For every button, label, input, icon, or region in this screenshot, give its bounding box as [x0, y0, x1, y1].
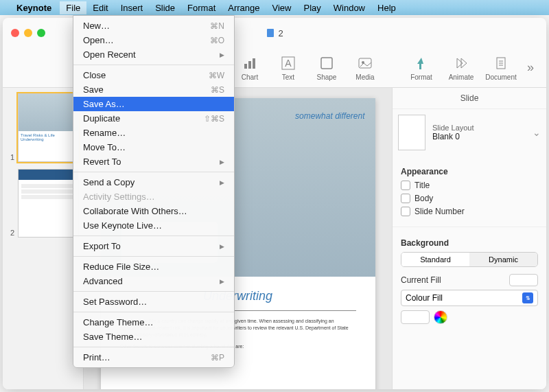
menu-separator [73, 65, 234, 65]
menu-item-set-password[interactable]: Set Password… [73, 295, 234, 309]
menu-item-label: Print… [83, 352, 110, 362]
toolbar-animate[interactable]: Animate [443, 55, 479, 81]
menu-play[interactable]: Play [297, 1, 327, 14]
menu-item-move-to[interactable]: Move To… [73, 140, 234, 154]
slide-thumbnail-2[interactable]: 2 [18, 169, 79, 238]
svg-rect-3 [253, 58, 255, 69]
menu-item-rename[interactable]: Rename… [73, 126, 234, 140]
menu-item-change-theme[interactable]: Change Theme… [73, 315, 234, 330]
submenu-arrow-icon: ▶ [220, 179, 224, 186]
submenu-arrow-icon: ▶ [220, 278, 224, 285]
slide-thumbnail-1[interactable]: 1 Travel Risks & Life Underwriting [18, 93, 79, 162]
menu-item-label: Rename… [83, 128, 126, 138]
fill-type-value: Colour Fill [406, 293, 443, 303]
menu-item-open[interactable]: Open…⌘O [73, 33, 234, 47]
toolbar-overflow[interactable]: » [522, 60, 539, 75]
menu-item-label: Set Password… [83, 297, 147, 307]
menu-item-label: Change Theme… [83, 317, 153, 327]
menu-item-save[interactable]: Save⌘S [73, 82, 234, 97]
title-checkbox[interactable] [401, 181, 410, 190]
color-picker-button[interactable] [434, 310, 447, 324]
text-icon: A [280, 55, 296, 71]
menu-separator [73, 291, 234, 292]
chevron-down-icon: ⌄ [533, 127, 541, 138]
menu-insert[interactable]: Insert [115, 1, 150, 14]
media-icon [357, 55, 373, 71]
menu-item-label: Advanced [83, 276, 123, 286]
menu-item-label: Revert To [83, 157, 121, 167]
toolbar-chart[interactable]: Chart [232, 55, 268, 81]
slidenum-checkbox[interactable] [401, 207, 410, 216]
app-name[interactable]: Keynote [11, 1, 57, 14]
menu-item-label: Export To [83, 241, 121, 251]
menu-item-print[interactable]: Print…⌘P [73, 350, 234, 365]
menu-separator [73, 347, 234, 347]
menu-item-label: Save As… [83, 99, 125, 109]
menu-item-duplicate[interactable]: Duplicate⇧⌘S [73, 111, 234, 126]
format-icon [413, 55, 430, 71]
seg-dynamic[interactable]: Dynamic [469, 253, 537, 266]
menu-item-export-to[interactable]: Export To▶ [73, 239, 234, 253]
body-label: Body [414, 194, 433, 203]
menu-arrange[interactable]: Arrange [222, 1, 266, 14]
menu-separator [73, 256, 234, 257]
menubar: Keynote File Edit Insert Slide Format Ar… [0, 0, 549, 15]
svg-rect-0 [267, 29, 274, 37]
menu-view[interactable]: View [266, 1, 298, 14]
menu-separator [73, 312, 234, 312]
menu-item-send-a-copy[interactable]: Send a Copy▶ [73, 175, 234, 189]
layout-label: Slide Layout [432, 124, 526, 132]
inspector-panel: Slide Slide Layout Blank 0 ⌄ Appearance … [392, 88, 546, 389]
menu-shortcut: ⌘P [211, 353, 224, 362]
menu-separator [73, 235, 234, 236]
toolbar-text[interactable]: AText [270, 55, 306, 81]
toolbar-media[interactable]: Media [347, 55, 383, 81]
menu-item-label: Use Keynote Live… [83, 220, 162, 231]
menu-item-label: Open Recent [83, 49, 136, 60]
svg-rect-2 [248, 61, 251, 69]
menu-item-label: Open… [83, 35, 114, 45]
body-checkbox[interactable] [401, 194, 410, 203]
menu-item-label: Save Theme… [83, 332, 142, 342]
background-segmented[interactable]: Standard Dynamic [401, 252, 538, 267]
menu-slide[interactable]: Slide [149, 1, 181, 14]
menu-window[interactable]: Window [327, 1, 371, 14]
menu-item-revert-to[interactable]: Revert To▶ [73, 154, 234, 169]
menu-item-label: Duplicate [83, 113, 120, 124]
menu-item-save-theme[interactable]: Save Theme… [73, 330, 234, 344]
toolbar-format[interactable]: Format [404, 55, 439, 81]
menu-item-use-keynote-live[interactable]: Use Keynote Live… [73, 218, 234, 233]
file-menu-dropdown: New…⌘NOpen…⌘OOpen Recent▶Close⌘WSave⌘SSa… [73, 15, 235, 368]
fill-type-select[interactable]: Colour Fill ⇅ [401, 290, 538, 306]
menu-item-advanced[interactable]: Advanced▶ [73, 274, 234, 288]
menu-shortcut: ⌘S [211, 85, 224, 95]
menu-shortcut: ⌘N [210, 21, 224, 31]
menu-format[interactable]: Format [181, 1, 222, 14]
menu-item-open-recent[interactable]: Open Recent▶ [73, 47, 234, 62]
background-heading: Background [401, 238, 538, 248]
thumb-number: 2 [10, 229, 14, 237]
toolbar-document[interactable]: Document [483, 55, 519, 81]
menu-item-save-as[interactable]: Save As… [73, 97, 234, 111]
menu-shortcut: ⇧⌘S [204, 114, 224, 124]
current-fill-well[interactable] [509, 274, 538, 286]
document-icon [493, 55, 509, 71]
menu-item-collaborate-with-others[interactable]: Collaborate With Others… [73, 204, 234, 218]
menu-item-new[interactable]: New…⌘N [73, 19, 234, 33]
menu-help[interactable]: Help [371, 1, 402, 14]
toolbar-shape[interactable]: Shape [309, 55, 344, 81]
svg-rect-1 [244, 64, 247, 69]
menu-item-label: Collaborate With Others… [83, 206, 187, 216]
menu-item-close[interactable]: Close⌘W [73, 68, 234, 82]
menu-edit[interactable]: Edit [86, 1, 114, 14]
seg-standard[interactable]: Standard [401, 253, 469, 266]
menu-item-reduce-file-size[interactable]: Reduce File Size… [73, 260, 234, 274]
shape-icon [318, 55, 335, 71]
slide-layout-picker[interactable]: Slide Layout Blank 0 ⌄ [393, 109, 546, 156]
menu-item-label: New… [83, 21, 110, 31]
title-label: Title [414, 181, 430, 190]
menu-shortcut: ⌘O [210, 36, 224, 45]
appearance-heading: Appearance [401, 167, 538, 176]
fill-color-swatch[interactable] [401, 310, 430, 324]
menu-file[interactable]: File [60, 1, 86, 14]
